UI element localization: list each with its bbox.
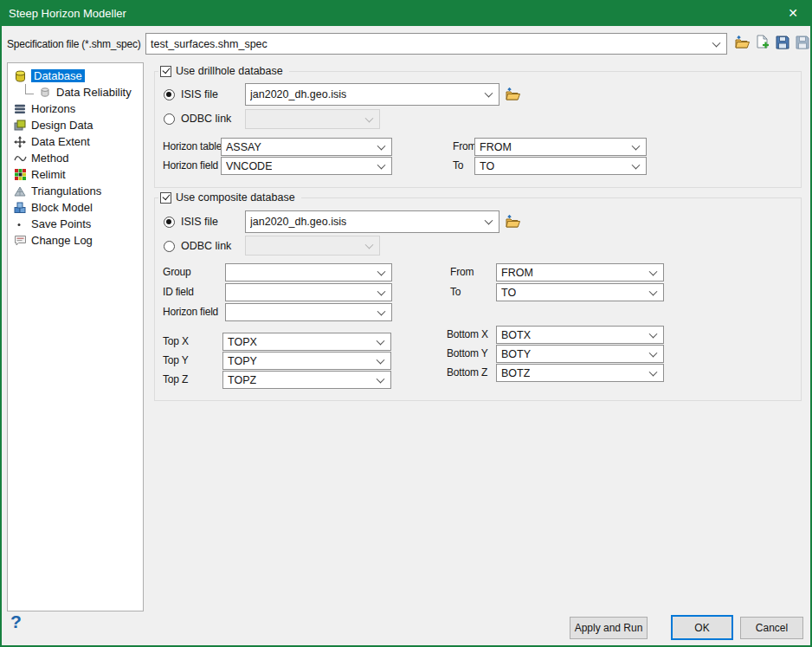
sidebar-item-label: Change Log	[31, 234, 93, 247]
database-icon	[13, 69, 27, 83]
chevron-down-icon	[377, 160, 386, 169]
drillhole-isis-file-combo[interactable]: jan2020_dh.geo.isis	[245, 83, 499, 106]
change-log-icon	[13, 234, 27, 248]
chevron-down-icon	[649, 367, 658, 376]
horizon-field-combo[interactable]: VNCODE	[221, 157, 392, 175]
drillhole-isis-label: ISIS file	[181, 88, 218, 100]
data-extent-icon	[13, 135, 27, 149]
title-bar: Steep Horizon Modeller ✕	[0, 0, 812, 26]
chevron-down-icon	[649, 329, 658, 338]
composite-odbc-radio[interactable]	[164, 241, 175, 252]
bottom-y-combo[interactable]: BOTY	[496, 345, 664, 363]
triangulations-icon	[13, 184, 27, 198]
chevron-down-icon	[365, 240, 374, 249]
top-z-label: Top Z	[163, 371, 188, 389]
bottom-y-label: Bottom Y	[447, 345, 488, 363]
open-folder-icon[interactable]	[734, 35, 751, 49]
sidebar-item-relimit[interactable]: Relimit	[8, 166, 143, 183]
composite-odbc-radio-row: ODBC link	[164, 240, 231, 252]
sidebar-item-save-points[interactable]: Save Points	[8, 216, 143, 232]
steep-horizon-modeller-dialog: Steep Horizon Modeller ✕ Specification f…	[0, 0, 812, 647]
chevron-down-icon	[712, 38, 721, 47]
chevron-down-icon	[632, 160, 641, 169]
chevron-down-icon	[377, 336, 385, 345]
drillhole-isis-radio-row: ISIS file	[164, 88, 218, 100]
horizon-table-label: Horizon table	[163, 138, 222, 156]
drillhole-odbc-radio[interactable]	[164, 113, 175, 125]
chevron-down-icon	[485, 89, 493, 98]
group-combo[interactable]	[225, 263, 392, 281]
drillhole-odbc-combo[interactable]	[245, 109, 380, 129]
window-title: Steep Horizon Modeller	[0, 7, 774, 20]
chevron-down-icon	[649, 287, 658, 295]
close-icon[interactable]: ✕	[774, 0, 812, 26]
group-label: Group	[163, 263, 190, 281]
help-icon[interactable]: ?	[10, 611, 22, 632]
sidebar-item-method[interactable]: Method	[8, 150, 143, 166]
spec-file-combo[interactable]: test_surfaces.shm_spec	[145, 33, 727, 55]
sidebar-item-label: Data Reliability	[56, 86, 132, 99]
sidebar-item-data-reliability[interactable]: Data Reliability	[8, 84, 143, 100]
chevron-down-icon	[377, 141, 386, 150]
sidebar-item-change-log[interactable]: Change Log	[8, 232, 143, 249]
chevron-down-icon	[377, 267, 386, 275]
sidebar-item-label: Method	[31, 152, 68, 165]
drillhole-odbc-radio-row: ODBC link	[164, 113, 231, 125]
composite-horizon-field-combo[interactable]	[225, 303, 392, 321]
sidebar-item-label: Database	[31, 69, 85, 82]
sidebar-item-design-data[interactable]: Design Data	[8, 117, 143, 133]
composite-to-combo[interactable]: TO	[496, 283, 664, 301]
drillhole-from-label: From	[453, 138, 476, 156]
id-field-combo[interactable]	[225, 283, 392, 301]
data-reliability-icon	[38, 86, 52, 100]
composite-legend: Use composite database	[158, 191, 301, 204]
apply-and-run-button[interactable]: Apply and Run	[570, 617, 648, 639]
composite-isis-file-combo[interactable]: jan2020_dh.geo.isis	[245, 210, 499, 233]
drillhole-to-combo[interactable]: TO	[474, 157, 647, 175]
composite-browse-folder-icon[interactable]	[505, 214, 521, 229]
composite-from-combo[interactable]: FROM	[496, 263, 664, 281]
save-icon[interactable]	[774, 35, 790, 49]
chevron-down-icon	[485, 217, 493, 225]
sidebar-item-label: Triangulations	[31, 184, 101, 197]
drillhole-browse-folder-icon[interactable]	[505, 87, 521, 101]
id-field-label: ID field	[163, 283, 194, 301]
use-composite-database-checkbox[interactable]	[160, 192, 171, 204]
composite-odbc-combo[interactable]	[245, 236, 380, 256]
sidebar-item-data-extent[interactable]: Data Extent	[8, 133, 143, 150]
horizon-field-label: Horizon field	[163, 157, 218, 175]
top-x-combo[interactable]: TOPX	[222, 333, 391, 351]
relimit-icon	[13, 168, 27, 182]
composite-isis-label: ISIS file	[181, 216, 218, 228]
horizons-icon	[13, 102, 27, 116]
sidebar-item-block-model[interactable]: Block Model	[8, 199, 143, 216]
drillhole-to-label: To	[453, 157, 463, 175]
sidebar-item-label: Horizons	[31, 102, 75, 115]
composite-isis-radio[interactable]	[164, 217, 175, 228]
design-data-icon	[13, 119, 27, 133]
top-x-label: Top X	[163, 333, 189, 351]
sidebar-item-label: Block Model	[31, 201, 93, 214]
new-file-icon[interactable]	[754, 35, 770, 49]
top-z-combo[interactable]: TOPZ	[222, 371, 391, 389]
bottom-z-label: Bottom Z	[447, 364, 487, 382]
use-drillhole-database-checkbox[interactable]	[160, 66, 171, 77]
drillhole-isis-radio[interactable]	[164, 89, 175, 100]
sidebar-item-triangulations[interactable]: Triangulations	[8, 183, 143, 199]
sidebar-item-horizons[interactable]: Horizons	[8, 100, 143, 117]
chevron-down-icon	[649, 267, 658, 275]
sidebar-item-label: Relimit	[31, 168, 66, 181]
ok-button[interactable]: OK	[671, 615, 733, 640]
composite-to-label: To	[450, 283, 461, 301]
drillhole-from-combo[interactable]: FROM	[474, 138, 647, 156]
save-as-icon[interactable]	[794, 35, 810, 49]
horizon-table-combo[interactable]: ASSAY	[221, 138, 392, 156]
sidebar-tree: Database Data Reliability Horizons	[7, 62, 144, 611]
bottom-x-combo[interactable]: BOTX	[496, 326, 664, 344]
top-y-combo[interactable]: TOPY	[222, 352, 391, 370]
cancel-button[interactable]: Cancel	[740, 617, 803, 639]
sidebar-item-database[interactable]: Database	[8, 68, 143, 84]
bottom-z-combo[interactable]: BOTZ	[496, 364, 664, 382]
drillhole-legend-label: Use drillhole database	[176, 65, 283, 77]
spec-file-label: Specification file (*.shm_spec)	[7, 36, 141, 54]
